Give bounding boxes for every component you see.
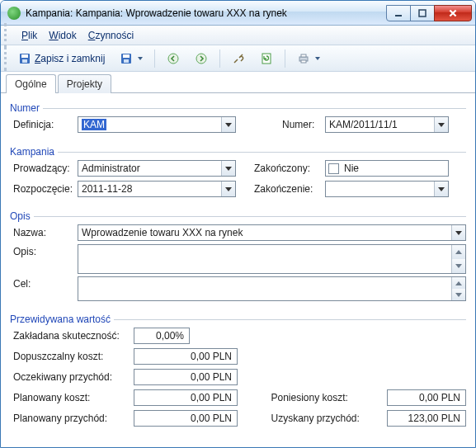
section-kampania: Kampania Prowadzący: Administrator Zakoń…: [9, 142, 467, 203]
spinner-up-icon[interactable]: [452, 245, 465, 259]
nav-forward-button[interactable]: [190, 50, 213, 68]
close-button[interactable]: [434, 5, 472, 21]
cel-memo[interactable]: [78, 276, 466, 301]
definicja-value: KAM: [82, 119, 106, 130]
nazwa-combo[interactable]: Wprowadzenie towaru XXX na rynek: [78, 224, 466, 241]
menubar-grip: [4, 23, 7, 48]
label-rozpoczecie: Rozpoczęcie:: [10, 183, 78, 195]
section-numer-legend: Numer: [10, 102, 43, 114]
cel-value: [78, 277, 451, 300]
nav-back-button[interactable]: [162, 50, 185, 68]
label-zakonczenie: Zakończenie:: [254, 183, 325, 195]
toolbar: Zapisz i zamknij: [1, 45, 475, 72]
tab-projekty[interactable]: Projekty: [58, 74, 111, 93]
refresh-button[interactable]: [255, 50, 278, 68]
save-and-close-button[interactable]: Zapisz i zamknij: [13, 50, 110, 68]
menubar: Plik Widok Czynności: [1, 26, 475, 45]
tab-ogolne[interactable]: Ogólne: [6, 74, 56, 93]
window-buttons: [387, 5, 472, 21]
minimize-button[interactable]: [386, 5, 411, 21]
label-dop-koszt: Dopuszczalny koszt:: [10, 351, 134, 362]
section-opis: Opis Nazwa: Wprowadzenie towaru XXX na r…: [9, 206, 467, 306]
toolbar-separator: [285, 50, 285, 68]
svg-point-8: [168, 54, 178, 64]
window-title: Kampania: Kampania: Wprowadzenie towaru …: [26, 7, 387, 19]
zakonczenie-date[interactable]: [325, 181, 449, 197]
section-przewidywana: Przewidywana wartość Zakładana skuteczno…: [9, 309, 467, 432]
spinner-down-icon[interactable]: [452, 259, 465, 273]
section-przewidywana-legend: Przewidywana wartość: [10, 314, 114, 325]
svg-rect-7: [124, 59, 129, 63]
label-uzys-przych: Uzyskany przychód:: [238, 413, 383, 424]
chevron-down-icon: [221, 161, 235, 176]
chevron-down-icon: [451, 225, 465, 240]
chevron-down-icon: [434, 182, 448, 196]
nazwa-value: Wprowadzenie towaru XXX na rynek: [82, 227, 451, 238]
svg-rect-6: [123, 54, 130, 58]
tab-bar: Ogólne Projekty: [1, 72, 475, 93]
label-numer: Numer:: [282, 119, 325, 130]
save-and-close-label: Zapisz i zamknij: [35, 53, 105, 64]
app-icon: [7, 7, 21, 20]
label-cel: Cel:: [10, 276, 78, 290]
dop-koszt-value[interactable]: 0,00 PLN: [134, 348, 238, 365]
zakonczony-field[interactable]: Nie: [325, 160, 449, 177]
toolbar-separator: [154, 50, 155, 68]
dropdown-caret-icon: [138, 57, 143, 60]
spinner-down-icon[interactable]: [452, 289, 465, 300]
titlebar: Kampania: Kampania: Wprowadzenie towaru …: [1, 1, 475, 26]
label-prowadzacy: Prowadzący:: [10, 163, 78, 174]
zakonczony-checkbox[interactable]: [328, 163, 339, 174]
dropdown-caret-icon: [315, 57, 320, 60]
maximize-button[interactable]: [410, 5, 435, 21]
definicja-combo[interactable]: KAM: [78, 116, 236, 133]
label-plan-koszt: Planowany koszt:: [10, 392, 134, 403]
opis-memo[interactable]: [78, 244, 466, 274]
opis-spinner: [451, 245, 465, 273]
svg-rect-4: [22, 59, 27, 63]
print-button[interactable]: [292, 50, 325, 68]
pon-koszt-value[interactable]: 0,00 PLN: [387, 389, 466, 406]
label-zakonczony: Zakończony:: [254, 163, 325, 174]
uzys-przych-value[interactable]: 123,00 PLN: [387, 410, 466, 427]
form-area: Numer Definicja: KAM Numer: KAM/2011/11/…: [1, 93, 475, 444]
svg-point-9: [196, 54, 206, 64]
label-zakl-skut: Zakładana skuteczność:: [10, 330, 134, 342]
rozpoczecie-value: 2011-11-28: [82, 183, 221, 195]
section-numer: Numer Definicja: KAM Numer: KAM/2011/11/…: [9, 98, 467, 139]
plan-koszt-value[interactable]: 0,00 PLN: [134, 389, 238, 406]
spinner-up-icon[interactable]: [452, 277, 465, 289]
svg-rect-12: [301, 54, 306, 57]
chevron-down-icon: [221, 182, 235, 196]
svg-rect-3: [21, 54, 28, 58]
save-button[interactable]: [115, 50, 148, 68]
label-nazwa: Nazwa:: [10, 227, 78, 238]
menu-plik[interactable]: Plik: [21, 30, 37, 41]
toolbar-grip: [4, 46, 7, 71]
label-definicja: Definicja:: [10, 119, 78, 130]
section-opis-legend: Opis: [10, 210, 34, 222]
ocz-przych-value[interactable]: 0,00 PLN: [134, 369, 238, 385]
opis-value: [78, 245, 451, 273]
numer-combo[interactable]: KAM/2011/11/1: [325, 116, 449, 133]
prowadzacy-combo[interactable]: Administrator: [78, 160, 236, 177]
label-plan-przych: Planowany przychód:: [10, 413, 134, 424]
tools-button[interactable]: [227, 50, 250, 68]
rozpoczecie-date[interactable]: 2011-11-28: [78, 181, 236, 197]
zakl-skut-value[interactable]: 0,00%: [134, 328, 190, 344]
menu-widok[interactable]: Widok: [49, 30, 76, 41]
chevron-down-icon: [434, 117, 448, 132]
menu-czynnosci[interactable]: Czynności: [88, 30, 134, 41]
app-window: Kampania: Kampania: Wprowadzenie towaru …: [0, 0, 476, 448]
plan-przych-value[interactable]: 0,00 PLN: [134, 410, 238, 427]
prowadzacy-value: Administrator: [82, 163, 221, 174]
label-ocz-przych: Oczekiwany przychód:: [10, 371, 134, 383]
numer-value: KAM/2011/11/1: [329, 119, 434, 130]
section-kampania-legend: Kampania: [10, 146, 58, 158]
svg-rect-0: [395, 15, 402, 17]
svg-rect-1: [419, 10, 426, 17]
label-opis: Opis:: [10, 244, 78, 257]
toolbar-separator: [219, 50, 220, 68]
label-pon-koszt: Poniesiony koszt:: [238, 392, 383, 403]
svg-rect-13: [301, 60, 306, 63]
